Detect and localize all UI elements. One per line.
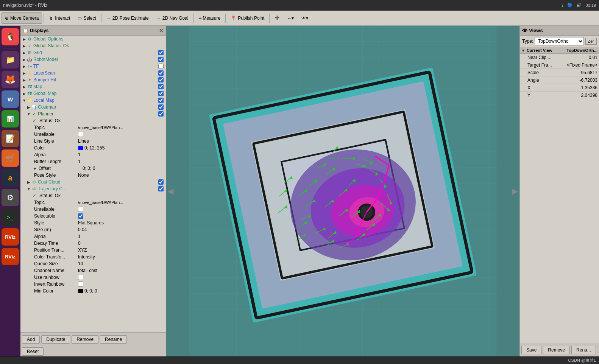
robot-model-checkbox[interactable] — [158, 57, 164, 62]
add-button[interactable]: Add — [22, 335, 40, 344]
global-status-arrow[interactable]: ▶ — [22, 44, 27, 48]
launcher-office[interactable]: W — [2, 90, 19, 108]
tree-item-laser-scan[interactable]: ▶ ⚡ LaserScan — [20, 70, 166, 76]
trajectory-alpha-row[interactable]: Alpha 1 — [20, 233, 166, 240]
local-map-arrow[interactable]: ▼ — [22, 98, 27, 103]
tree-item-costmap[interactable]: ▶ 📊 Costmap — [20, 104, 166, 110]
views-zero-button[interactable]: Zer — [585, 38, 597, 45]
trajectory-invrainbow-row[interactable]: Invert Rainbow — [20, 281, 166, 288]
displays-close-button[interactable]: ✕ — [159, 28, 164, 34]
bumper-hit-arrow[interactable]: ▶ — [22, 78, 27, 82]
views-remove-button[interactable]: Remove — [543, 346, 570, 354]
publish-point-button[interactable]: 📍 Publish Point — [227, 12, 268, 24]
bumper-hit-checkbox[interactable] — [158, 77, 164, 82]
trajectory-coltran-row[interactable]: Color Transfo... Intensity — [20, 254, 166, 260]
planner-alpha-row[interactable]: Alpha 1 — [20, 151, 166, 158]
global-options-arrow[interactable]: ▶ — [22, 37, 27, 41]
measure-button[interactable]: ━ Measure — [195, 12, 224, 24]
planner-linestyle-row[interactable]: Line Style Lines — [20, 138, 166, 145]
trajectory-arrow[interactable]: ▼ — [27, 187, 31, 191]
planner-arrow[interactable]: ▼ — [27, 112, 31, 116]
extra-icon-1[interactable]: ✛ — [271, 12, 283, 24]
tree-item-global-options[interactable]: ▶ ⚙ Global Options — [20, 36, 166, 42]
tree-item-bumper-hit[interactable]: ▶ ✦ Bumper Hit — [20, 76, 166, 83]
trajectory-topic-row[interactable]: Topic /move_base/DWAPlan... — [20, 199, 166, 206]
launcher-settings[interactable]: ⚙ — [2, 189, 19, 206]
planner-posestyle-row[interactable]: Pose Style None — [20, 172, 166, 179]
tree-item-global-map[interactable]: ▶ 🗺 Global Map — [20, 90, 166, 97]
view-x-row[interactable]: X -1.35336 — [520, 84, 599, 92]
view-scale-row[interactable]: Scale 95.6817 — [520, 69, 599, 76]
trajectory-rainbow-checkbox[interactable] — [78, 275, 83, 280]
map-arrow[interactable]: ▶ — [22, 84, 27, 89]
move-camera-button[interactable]: ⊕ Move Camera — [2, 12, 42, 24]
costmap-arrow[interactable]: ▶ — [27, 105, 31, 109]
local-map-checkbox[interactable] — [158, 98, 164, 103]
views-rename-button[interactable]: Rena... — [571, 346, 596, 354]
robot-model-arrow[interactable]: ▶ — [22, 57, 27, 62]
launcher-text[interactable]: 📝 — [2, 130, 19, 147]
launcher-rviz1[interactable]: RViz — [2, 228, 19, 246]
launcher-rviz2[interactable]: RViz — [2, 248, 19, 265]
view-angle-row[interactable]: Angle -6.72003 — [520, 76, 599, 84]
laser-scan-arrow[interactable]: ▶ — [22, 71, 27, 75]
viewport[interactable]: ◀ ▶ — [166, 26, 519, 356]
planner-offset-arrow[interactable]: ▶ — [33, 166, 37, 171]
planner-checkbox[interactable] — [158, 111, 164, 117]
tree-item-tf[interactable]: ▶ TF TF — [20, 63, 166, 70]
tree-item-cost-cloud[interactable]: ▶ ⚙ Cost Cloud — [20, 179, 166, 185]
launcher-firefox[interactable]: 🦊 — [2, 71, 19, 88]
trajectory-checkbox[interactable] — [158, 186, 164, 191]
planner-unreliable-checkbox[interactable] — [78, 132, 83, 137]
planner-offset-row[interactable]: ▶ Offset 0; 0; 0 — [20, 165, 166, 172]
trajectory-selectable-checkbox[interactable] — [78, 213, 83, 219]
launcher-amazon[interactable]: a — [2, 169, 19, 187]
trajectory-size-row[interactable]: Size (m) 0.04 — [20, 226, 166, 233]
global-map-arrow[interactable]: ▶ — [22, 91, 27, 96]
trajectory-unreliable-row[interactable]: Unreliable — [20, 206, 166, 213]
view-y-row[interactable]: Y 2.04398 — [520, 92, 599, 99]
tree-item-map[interactable]: ▶ 🗺 Map — [20, 83, 166, 90]
global-map-checkbox[interactable] — [158, 91, 164, 96]
tree-item-grid[interactable]: ▶ ⊞ Grid — [20, 49, 166, 56]
remove-button[interactable]: Remove — [72, 335, 98, 344]
interact-button[interactable]: 🖱 Interact — [45, 12, 73, 24]
laser-scan-checkbox[interactable] — [158, 70, 164, 76]
pose-estimate-button[interactable]: → 2D Pose Estimate — [103, 12, 152, 24]
grid-checkbox[interactable] — [158, 50, 164, 55]
launcher-calc[interactable]: 📊 — [2, 110, 19, 128]
map-checkbox[interactable] — [158, 84, 164, 89]
trajectory-mincolor-row[interactable]: Min Color 0; 0; 0 — [20, 288, 166, 294]
cost-cloud-arrow[interactable]: ▶ — [27, 180, 31, 184]
trajectory-unreliable-checkbox[interactable] — [78, 207, 83, 212]
reset-button[interactable]: Reset — [22, 347, 44, 356]
trajectory-rainbow-row[interactable]: Use rainbow — [20, 274, 166, 281]
duplicate-button[interactable]: Duplicate — [41, 335, 70, 344]
trajectory-decay-row[interactable]: Decay Time 0 — [20, 240, 166, 247]
extra-icon-3[interactable]: 👁▾ — [298, 12, 312, 24]
tf-checkbox[interactable] — [158, 64, 164, 69]
viewport-left-arrow[interactable]: ◀ — [168, 187, 173, 196]
tree-item-robot-model[interactable]: ▶ 🤖 RobotModel — [20, 56, 166, 63]
launcher-ubuntu[interactable]: 🐧 — [2, 28, 19, 45]
trajectory-postran-row[interactable]: Position Tran... XYZ — [20, 247, 166, 254]
trajectory-selectable-row[interactable]: Selectable — [20, 213, 166, 219]
planner-unreliable-row[interactable]: Unreliable — [20, 131, 166, 138]
tree-item-local-map[interactable]: ▼ 📁 Local Map — [20, 97, 166, 104]
planner-color-row[interactable]: Color 0; 12; 255 — [20, 145, 166, 151]
trajectory-queue-row[interactable]: Queue Size 10 — [20, 260, 166, 267]
views-type-select[interactable]: TopDownOrtho — [535, 37, 583, 45]
launcher-files[interactable]: 📁 — [2, 51, 19, 68]
extra-icon-2[interactable]: ↔▾ — [284, 12, 297, 24]
tree-item-planner[interactable]: ▼ ✓ Planner — [20, 110, 166, 117]
views-save-button[interactable]: Save — [521, 346, 541, 354]
view-target-frame-row[interactable]: Target Fra... <Fixed Frame> — [520, 61, 599, 69]
grid-arrow[interactable]: ▶ — [22, 50, 27, 55]
view-near-clip-row[interactable]: Near Clip ... 0.01 — [520, 54, 599, 61]
cost-cloud-checkbox[interactable] — [158, 179, 164, 185]
select-button[interactable]: ▭ Select — [74, 12, 99, 24]
viewport-right-arrow[interactable]: ▶ — [512, 187, 518, 196]
trajectory-style-row[interactable]: Style Flat Squares — [20, 219, 166, 226]
trajectory-invrainbow-checkbox[interactable] — [78, 282, 83, 287]
launcher-terminal[interactable]: >_ — [2, 208, 19, 226]
